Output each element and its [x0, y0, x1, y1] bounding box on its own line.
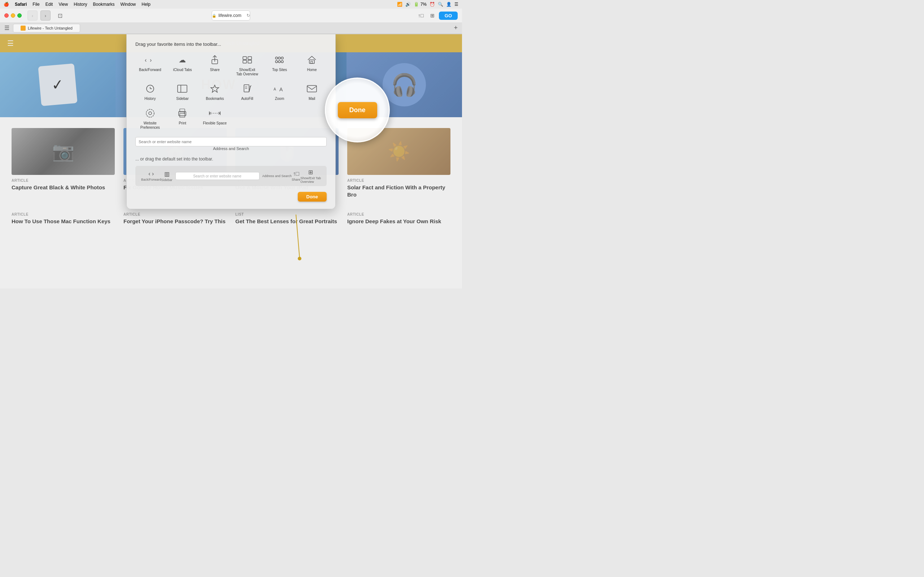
svg-point-35: [184, 113, 185, 114]
menu-history[interactable]: History: [74, 2, 87, 7]
new-tab-button[interactable]: +: [454, 24, 458, 32]
back-button[interactable]: ‹: [27, 10, 37, 21]
preview-address-bar: Search or enter website name: [175, 172, 260, 180]
svg-point-10: [281, 57, 283, 59]
user-icon[interactable]: 👤: [446, 2, 452, 7]
tab-overview-button[interactable]: ⊞: [427, 10, 438, 21]
close-button[interactable]: [4, 13, 9, 18]
menu-safari[interactable]: Safari: [15, 2, 27, 7]
website-prefs-label: Website Preferences: [141, 121, 160, 130]
toolbar-item-home[interactable]: Home: [297, 53, 327, 76]
zoom-label: Zoom: [275, 97, 284, 101]
magnified-callout: Done: [325, 77, 390, 142]
toolbar-item-autofill[interactable]: AutoFill: [233, 82, 262, 101]
preview-share-icon: ↑□: [293, 171, 299, 177]
toolbar-item-tab-overview[interactable]: Show/Exit Tab Overview: [233, 53, 262, 76]
toolbar-item-top-sites[interactable]: Top Sites: [265, 53, 294, 76]
toolbar-item-icloud-tabs[interactable]: ☁ iCloud Tabs: [168, 53, 197, 76]
preview-back-forward-label: Back/Forward: [141, 178, 162, 181]
search-menubar-icon[interactable]: 🔍: [438, 2, 443, 7]
history-icon: [144, 82, 157, 95]
share-label: Share: [210, 68, 220, 72]
menu-edit[interactable]: Edit: [45, 2, 53, 7]
toolbar-item-print[interactable]: Print: [168, 107, 197, 130]
toolbar-item-website-prefs[interactable]: Website Preferences: [135, 107, 165, 130]
home-label: Home: [307, 68, 317, 72]
panel-address-row: Address and Search: [135, 137, 327, 151]
toolbar-customize-panel: Drag your favorite items into the toolba…: [126, 34, 336, 209]
toolbar-item-history[interactable]: History: [135, 82, 165, 101]
menu-window[interactable]: Window: [121, 2, 136, 7]
autofill-icon: [241, 82, 254, 95]
preview-back-forward: ‹ › Back/Forward: [141, 171, 162, 181]
mail-icon: [305, 82, 318, 95]
panel-address-input[interactable]: [135, 137, 327, 147]
share-icon: [208, 53, 221, 66]
preview-sidebar: ▥ Sidebar: [162, 171, 173, 182]
magnified-done-button[interactable]: Done: [338, 102, 377, 118]
forward-button[interactable]: ›: [40, 10, 50, 21]
toolbar-item-zoom[interactable]: A A Zoom: [265, 82, 294, 101]
menu-file[interactable]: File: [32, 2, 39, 7]
maximize-button[interactable]: [17, 13, 22, 18]
toolbar-item-sidebar[interactable]: Sidebar: [168, 82, 197, 101]
panel-address-label: Address and Search: [135, 147, 327, 151]
default-toolbar-preview: ‹ › Back/Forward ▥ Sidebar Search or ent…: [135, 166, 327, 186]
menubar-right: 📶 🔊 🔋 7% ⏰ 🔍 👤 ☰: [397, 2, 459, 7]
flexible-space-icon: [208, 107, 221, 120]
panel-title: Drag your favorite items into the toolba…: [135, 42, 327, 47]
toolbar-item-mail[interactable]: Mail: [297, 82, 327, 101]
done-button-panel[interactable]: Done: [298, 192, 327, 201]
menu-bookmarks[interactable]: Bookmarks: [93, 2, 115, 7]
svg-point-12: [278, 61, 281, 63]
apple-menu[interactable]: 🍎: [3, 2, 9, 7]
active-tab[interactable]: Lifewire - Tech Untangled: [13, 24, 80, 32]
svg-point-30: [149, 112, 152, 115]
svg-text:›: ›: [150, 57, 152, 63]
go-button[interactable]: GO: [439, 11, 458, 20]
toolbar-item-back-forward[interactable]: ‹ › Back/Forward: [135, 53, 165, 76]
tab-favicon: [21, 26, 26, 31]
reader-view-button[interactable]: ⊡: [55, 10, 65, 21]
print-icon: [176, 107, 189, 120]
tab-overview-label: Show/Exit Tab Overview: [236, 68, 258, 76]
sidebar-icon: [176, 82, 189, 95]
refresh-icon[interactable]: ↻: [247, 13, 250, 18]
menu-view[interactable]: View: [58, 2, 68, 7]
tab-bar: ☰ Lifewire - Tech Untangled +: [0, 23, 462, 34]
preview-tab-overview-icon: ⊞: [308, 169, 313, 176]
preview-share-label: Share: [292, 178, 300, 181]
minimize-button[interactable]: [11, 13, 15, 18]
toolbar-item-share[interactable]: Share: [200, 53, 229, 76]
svg-rect-15: [311, 61, 313, 63]
toolbar-item-flexible-space[interactable]: Flexible Space: [200, 107, 229, 130]
preview-tab-overview: ⊞ Show/Exit Tab Overview: [300, 169, 321, 184]
preview-back-forward-icon: ‹ ›: [149, 171, 154, 177]
toolbar-item-bookmarks[interactable]: Bookmarks: [200, 82, 229, 101]
wifi-icon: 📶: [397, 2, 402, 7]
sidebar-toggle[interactable]: ☰: [4, 24, 10, 31]
svg-rect-14: [309, 60, 314, 63]
battery-icon: 🔋 7%: [414, 2, 426, 7]
svg-rect-29: [307, 85, 317, 92]
main-content: ☰ Lifewire - Tech Untangled ✓ HOW TO: [0, 34, 462, 288]
svg-text:A: A: [274, 87, 276, 91]
zoom-icon: A A: [273, 82, 286, 95]
browser-chrome: ‹ › ⊡ 🔒 lifewire.com ↻ ↑□ ⊞ GO ☰ Lifewir…: [0, 9, 462, 34]
back-forward-icon: ‹ ›: [144, 53, 157, 66]
address-bar[interactable]: 🔒 lifewire.com ↻: [212, 10, 250, 21]
toolbar-items-grid: ‹ › Back/Forward ☁ iCloud Tabs: [135, 53, 327, 130]
preview-address-search-label: Address and Search: [262, 174, 292, 178]
preview-sidebar-label: Sidebar: [162, 178, 173, 182]
divider-text: ... or drag the default set into the too…: [135, 156, 327, 161]
history-label: History: [144, 97, 155, 101]
share-button[interactable]: ↑□: [416, 10, 426, 21]
svg-rect-7: [248, 60, 252, 63]
mail-label: Mail: [309, 97, 315, 101]
preview-sidebar-icon: ▥: [164, 171, 170, 177]
titlebar: ‹ › ⊡ 🔒 lifewire.com ↻ ↑□ ⊞ GO: [0, 9, 462, 23]
preview-address-text: Search or enter website name: [193, 174, 241, 178]
svg-rect-19: [178, 85, 187, 92]
menu-help[interactable]: Help: [142, 2, 150, 7]
menu-extra-icon[interactable]: ☰: [454, 2, 459, 7]
